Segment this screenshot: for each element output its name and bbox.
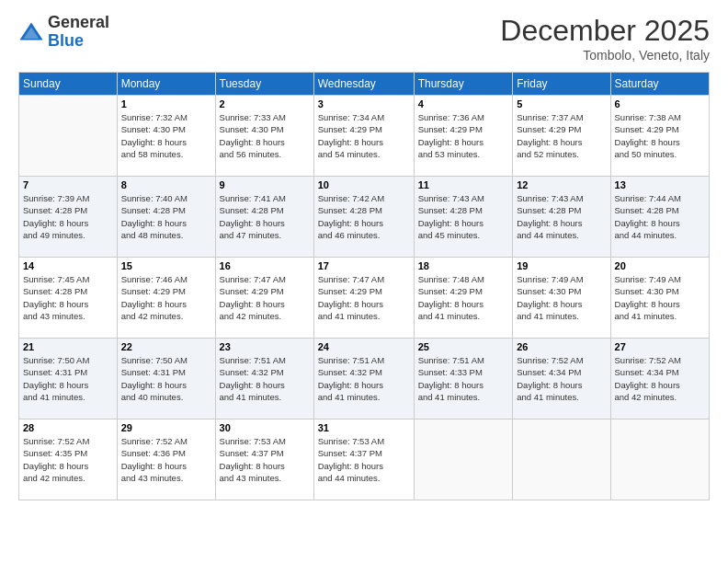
day-info: Sunrise: 7:42 AMSunset: 4:28 PMDaylight:… [318,192,410,241]
calendar-body: 1Sunrise: 7:32 AMSunset: 4:30 PMDaylight… [19,96,710,500]
day-info: Sunrise: 7:32 AMSunset: 4:30 PMDaylight:… [121,111,211,160]
calendar-cell: 5Sunrise: 7:37 AMSunset: 4:29 PMDaylight… [513,96,610,177]
day-number: 14 [23,260,113,271]
day-info: Sunrise: 7:44 AMSunset: 4:28 PMDaylight:… [615,192,705,241]
weekday-header-row: SundayMondayTuesdayWednesdayThursdayFrid… [19,73,710,96]
calendar-week-2: 7Sunrise: 7:39 AMSunset: 4:28 PMDaylight… [19,177,710,258]
day-number: 20 [615,260,705,271]
day-number: 25 [418,341,509,352]
calendar-cell: 14Sunrise: 7:45 AMSunset: 4:28 PMDayligh… [19,258,118,339]
day-number: 23 [220,341,310,352]
day-info: Sunrise: 7:43 AMSunset: 4:28 PMDaylight:… [418,192,509,241]
day-info: Sunrise: 7:52 AMSunset: 4:36 PMDaylight:… [121,435,211,484]
title-section: December 2025 Tombolo, Veneto, Italy [500,14,710,63]
weekday-header-friday: Friday [513,73,610,96]
day-number: 27 [615,341,705,352]
day-info: Sunrise: 7:46 AMSunset: 4:29 PMDaylight:… [121,273,211,322]
calendar-cell: 2Sunrise: 7:33 AMSunset: 4:30 PMDaylight… [215,96,313,177]
calendar-week-1: 1Sunrise: 7:32 AMSunset: 4:30 PMDaylight… [19,96,710,177]
day-number: 15 [121,260,211,271]
day-number: 7 [23,179,113,190]
day-info: Sunrise: 7:48 AMSunset: 4:29 PMDaylight:… [418,273,509,322]
weekday-header-wednesday: Wednesday [313,73,414,96]
calendar-cell: 26Sunrise: 7:52 AMSunset: 4:34 PMDayligh… [513,339,610,419]
day-number: 16 [220,260,310,271]
day-info: Sunrise: 7:41 AMSunset: 4:28 PMDaylight:… [220,192,310,241]
calendar-cell: 24Sunrise: 7:51 AMSunset: 4:32 PMDayligh… [313,339,414,419]
day-number: 31 [318,422,410,433]
calendar-cell: 17Sunrise: 7:47 AMSunset: 4:29 PMDayligh… [313,258,414,339]
calendar-page: General Blue December 2025 Tombolo, Vene… [0,0,728,563]
calendar-cell: 16Sunrise: 7:47 AMSunset: 4:29 PMDayligh… [215,258,313,339]
day-number: 6 [615,98,705,109]
day-number: 9 [220,179,310,190]
calendar-cell: 30Sunrise: 7:53 AMSunset: 4:37 PMDayligh… [215,419,313,500]
day-number: 13 [615,179,705,190]
calendar-cell: 9Sunrise: 7:41 AMSunset: 4:28 PMDaylight… [215,177,313,258]
calendar-cell: 10Sunrise: 7:42 AMSunset: 4:28 PMDayligh… [313,177,414,258]
day-info: Sunrise: 7:43 AMSunset: 4:28 PMDaylight:… [517,192,606,241]
day-info: Sunrise: 7:50 AMSunset: 4:31 PMDaylight:… [121,354,211,403]
day-number: 21 [23,341,113,352]
day-number: 17 [318,260,410,271]
day-number: 24 [318,341,410,352]
day-info: Sunrise: 7:52 AMSunset: 4:34 PMDaylight:… [615,354,705,403]
calendar-cell: 11Sunrise: 7:43 AMSunset: 4:28 PMDayligh… [414,177,513,258]
day-number: 4 [418,98,509,109]
month-title: December 2025 [500,14,710,48]
day-number: 12 [517,179,606,190]
day-info: Sunrise: 7:53 AMSunset: 4:37 PMDaylight:… [220,435,310,484]
calendar-cell [414,419,513,500]
header: General Blue December 2025 Tombolo, Vene… [18,14,710,63]
logo: General Blue [18,14,109,51]
day-number: 8 [121,179,211,190]
calendar-cell: 12Sunrise: 7:43 AMSunset: 4:28 PMDayligh… [513,177,610,258]
calendar-cell: 27Sunrise: 7:52 AMSunset: 4:34 PMDayligh… [610,339,709,419]
calendar-cell: 22Sunrise: 7:50 AMSunset: 4:31 PMDayligh… [117,339,215,419]
weekday-header-monday: Monday [117,73,215,96]
calendar-cell [513,419,610,500]
day-number: 26 [517,341,606,352]
calendar-header: SundayMondayTuesdayWednesdayThursdayFrid… [19,73,710,96]
day-number: 3 [318,98,410,109]
calendar-table: SundayMondayTuesdayWednesdayThursdayFrid… [18,72,710,500]
calendar-cell: 13Sunrise: 7:44 AMSunset: 4:28 PMDayligh… [610,177,709,258]
day-info: Sunrise: 7:36 AMSunset: 4:29 PMDaylight:… [418,111,509,160]
calendar-week-3: 14Sunrise: 7:45 AMSunset: 4:28 PMDayligh… [19,258,710,339]
calendar-week-5: 28Sunrise: 7:52 AMSunset: 4:35 PMDayligh… [19,419,710,500]
calendar-cell: 7Sunrise: 7:39 AMSunset: 4:28 PMDaylight… [19,177,118,258]
day-info: Sunrise: 7:49 AMSunset: 4:30 PMDaylight:… [615,273,705,322]
calendar-cell: 8Sunrise: 7:40 AMSunset: 4:28 PMDaylight… [117,177,215,258]
weekday-header-sunday: Sunday [19,73,118,96]
day-number: 28 [23,422,113,433]
day-info: Sunrise: 7:51 AMSunset: 4:32 PMDaylight:… [220,354,310,403]
calendar-cell: 21Sunrise: 7:50 AMSunset: 4:31 PMDayligh… [19,339,118,419]
day-info: Sunrise: 7:52 AMSunset: 4:34 PMDaylight:… [517,354,606,403]
day-number: 2 [220,98,310,109]
logo-text: General Blue [48,14,109,51]
calendar-cell: 15Sunrise: 7:46 AMSunset: 4:29 PMDayligh… [117,258,215,339]
day-number: 30 [220,422,310,433]
day-info: Sunrise: 7:53 AMSunset: 4:37 PMDaylight:… [318,435,410,484]
weekday-header-thursday: Thursday [414,73,513,96]
day-info: Sunrise: 7:33 AMSunset: 4:30 PMDaylight:… [220,111,310,160]
day-number: 19 [517,260,606,271]
day-number: 11 [418,179,509,190]
day-info: Sunrise: 7:34 AMSunset: 4:29 PMDaylight:… [318,111,410,160]
day-info: Sunrise: 7:40 AMSunset: 4:28 PMDaylight:… [121,192,211,241]
logo-blue: Blue [48,32,109,51]
day-info: Sunrise: 7:47 AMSunset: 4:29 PMDaylight:… [318,273,410,322]
logo-general: General [48,14,109,32]
calendar-cell: 19Sunrise: 7:49 AMSunset: 4:30 PMDayligh… [513,258,610,339]
day-number: 5 [517,98,606,109]
day-number: 1 [121,98,211,109]
weekday-header-tuesday: Tuesday [215,73,313,96]
day-number: 29 [121,422,211,433]
day-info: Sunrise: 7:49 AMSunset: 4:30 PMDaylight:… [517,273,606,322]
logo-icon [18,19,44,45]
calendar-cell: 1Sunrise: 7:32 AMSunset: 4:30 PMDaylight… [117,96,215,177]
day-info: Sunrise: 7:50 AMSunset: 4:31 PMDaylight:… [23,354,113,403]
day-info: Sunrise: 7:51 AMSunset: 4:32 PMDaylight:… [318,354,410,403]
calendar-week-4: 21Sunrise: 7:50 AMSunset: 4:31 PMDayligh… [19,339,710,419]
day-info: Sunrise: 7:52 AMSunset: 4:35 PMDaylight:… [23,435,113,484]
